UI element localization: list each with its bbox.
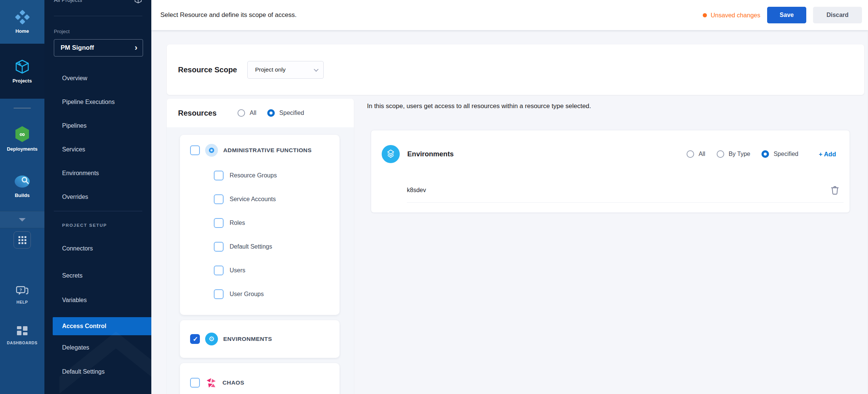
sidebar-item-pipeline-executions[interactable]: Pipeline Executions (44, 93, 151, 111)
deployments-icon: ∞ (14, 125, 31, 143)
default-settings-label: Default Settings (230, 243, 272, 250)
sidebar-item-label: Pipeline Executions (62, 99, 115, 105)
environments-checkbox[interactable] (190, 334, 200, 344)
sidebar-divider (54, 211, 142, 211)
roles-label: Roles (230, 220, 245, 226)
resource-scope-dropdown[interactable]: Project only (247, 61, 324, 79)
chaos-icon (205, 377, 217, 389)
project-selector[interactable]: PM Signoff (54, 39, 143, 57)
sidebar-item-pipelines[interactable]: Pipelines (44, 117, 151, 134)
sidebar-item-secrets[interactable]: Secrets (44, 267, 151, 284)
env-radio-specified-label[interactable]: Specified (774, 151, 798, 157)
help-chat-icon: ? (16, 285, 29, 296)
users-checkbox[interactable] (214, 266, 224, 275)
sidebar-item-variables[interactable]: Variables (44, 292, 151, 309)
rail-item-deployments[interactable]: ∞ Deployments (0, 120, 44, 157)
sidebar-item-label: Access Control (62, 323, 106, 330)
environment-name: k8sdev (407, 187, 426, 194)
rail-label-projects: Projects (12, 78, 32, 84)
environments-icon: ⚙ (205, 333, 218, 345)
builds-icon (14, 174, 30, 189)
sidebar-divider (54, 16, 142, 16)
trash-icon[interactable] (830, 185, 840, 195)
project-sidebar: All Projects Project PM Signoff Overview… (44, 0, 151, 394)
resource-scope-card: Resource Scope Project only (167, 44, 864, 95)
env-radio-by-type[interactable] (717, 150, 724, 158)
sidebar-item-connectors[interactable]: Connectors (44, 240, 151, 257)
sidebar-item-label: Environments (62, 170, 99, 177)
env-radio-all[interactable] (687, 150, 694, 158)
sidebar-item-delegates[interactable]: Delegates (44, 339, 151, 356)
resources-radio-specified-label[interactable]: Specified (279, 110, 304, 116)
rail-item-builds[interactable]: Builds (0, 167, 44, 205)
resource-groups-label: Resource Groups (230, 172, 277, 179)
default-settings-checkbox[interactable] (214, 242, 224, 252)
rail-item-home[interactable]: Home (0, 0, 44, 44)
resource-sub-row: Resource Groups (214, 171, 277, 180)
sidebar-item-label: Connectors (62, 245, 93, 252)
rail-label-builds: Builds (15, 192, 30, 198)
sidebar-item-access-control[interactable]: Access Control (53, 317, 151, 335)
resources-radio-all-label[interactable]: All (250, 110, 256, 116)
sidebar-item-default-settings[interactable]: Default Settings (44, 363, 151, 380)
roles-checkbox[interactable] (214, 218, 224, 228)
environments-card-title: Environments (407, 150, 454, 158)
resource-scope-value: Project only (255, 66, 286, 73)
sidebar-item-label: Secrets (62, 272, 82, 279)
rail-collapse-toggle[interactable] (0, 211, 44, 228)
environments-detail-card: Environments All By Type Specified + Add… (371, 130, 850, 213)
resource-groups-checkbox[interactable] (214, 171, 224, 180)
sidebar-item-templates[interactable]: Templates (44, 389, 151, 394)
unsaved-changes-label: Unsaved changes (711, 12, 760, 19)
dashboards-icon (17, 326, 28, 337)
user-groups-checkbox[interactable] (214, 289, 224, 299)
resources-panel: Resources All Specified ADMINISTRATIVE F… (167, 99, 354, 394)
resource-sub-row: User Groups (214, 289, 264, 299)
resource-sub-row: Roles (214, 218, 245, 228)
environments-icon (382, 145, 400, 163)
sidebar-item-overview[interactable]: Overview (44, 70, 151, 87)
administrative-functions-icon (205, 144, 218, 157)
sidebar-item-environments[interactable]: Environments (44, 165, 151, 182)
chaos-group-label: CHAOS (222, 379, 244, 386)
module-picker-button[interactable] (14, 231, 31, 249)
rail-item-help[interactable]: ? HELP (0, 279, 44, 310)
page-header: Select Resource and define its scope of … (151, 0, 868, 30)
svg-text:?: ? (20, 287, 22, 292)
environment-row: k8sdev (407, 178, 844, 203)
resources-title: Resources (178, 109, 216, 118)
svg-text:∞: ∞ (20, 130, 25, 138)
sidebar-item-overrides[interactable]: Overrides (44, 188, 151, 206)
add-environment-link[interactable]: + Add (819, 130, 836, 178)
scope-switcher[interactable]: All Projects (54, 0, 142, 5)
rail-item-projects[interactable]: Projects (0, 44, 44, 99)
rail-label-deployments: Deployments (7, 146, 38, 152)
resources-header: Resources All Specified (167, 99, 354, 127)
chevron-down-icon (314, 67, 318, 72)
env-radio-all-label[interactable]: All (699, 151, 705, 157)
module-rail: Home Projects ∞ Deployments (0, 0, 44, 394)
resources-radio-all[interactable] (238, 109, 245, 117)
rail-label-help: HELP (17, 300, 28, 304)
cube-icon (134, 0, 142, 4)
content-area: Resource Scope Project only Resources Al… (151, 30, 868, 394)
discard-button[interactable]: Discard (813, 7, 862, 23)
rail-label-dashboards: DASHBOARDS (7, 341, 37, 345)
resource-group-card-environments: ⚙ ENVIRONMENTS (180, 320, 340, 358)
sidebar-item-label: Delegates (62, 344, 89, 351)
chaos-checkbox[interactable] (190, 378, 200, 388)
sidebar-item-label: Services (62, 146, 85, 153)
resource-group-row: ADMINISTRATIVE FUNCTIONS (190, 144, 312, 157)
resource-scope-label: Resource Scope (178, 66, 237, 74)
resources-radio-specified[interactable] (267, 109, 275, 117)
resource-sub-row: Default Settings (214, 242, 272, 252)
save-button[interactable]: Save (767, 7, 806, 23)
env-radio-by-type-label[interactable]: By Type (729, 151, 751, 157)
rail-item-dashboards[interactable]: DASHBOARDS (0, 320, 44, 350)
env-radio-specified[interactable] (761, 150, 769, 158)
sidebar-item-services[interactable]: Services (44, 141, 151, 158)
service-accounts-checkbox[interactable] (214, 194, 224, 204)
chevron-down-icon (19, 218, 26, 221)
admin-functions-checkbox[interactable] (190, 145, 200, 155)
environments-card-header: Environments All By Type Specified + Add (371, 130, 850, 178)
